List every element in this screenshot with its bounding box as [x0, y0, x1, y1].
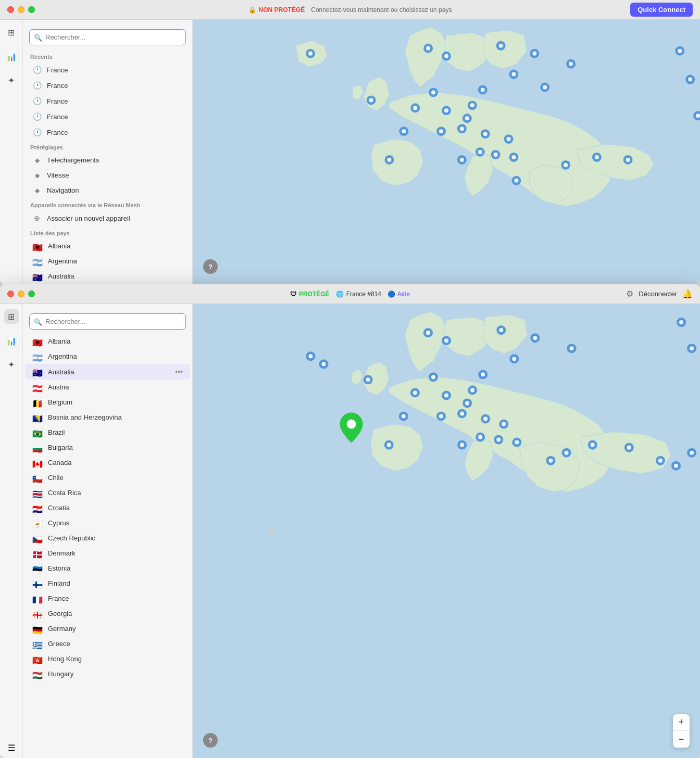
- recent-item-label-5: France: [47, 129, 68, 136]
- country-australia-1[interactable]: 🇦🇺 Australia: [25, 269, 190, 284]
- country-argentina-2[interactable]: 🇦🇷 Argentina: [25, 349, 190, 364]
- svg-point-121: [548, 459, 553, 463]
- minimize-button-1[interactable]: [18, 6, 24, 13]
- svg-point-113: [496, 438, 501, 442]
- close-button-1[interactable]: [7, 6, 14, 13]
- add-device[interactable]: ⊕ Associer un nouvel appareil: [25, 210, 190, 226]
- help-link[interactable]: 🔵 Aide: [388, 290, 410, 298]
- recent-france-5[interactable]: 🕐 France: [25, 124, 190, 140]
- recent-france-3[interactable]: 🕐 France: [25, 93, 190, 109]
- svg-point-77: [426, 331, 430, 335]
- country-chile-2[interactable]: 🇨🇱 Chile: [25, 470, 190, 485]
- country-georgia-2[interactable]: 🇬🇪 Georgia: [25, 606, 190, 621]
- recent-item-label-2: France: [47, 82, 68, 90]
- preset-navigation[interactable]: ◆ Navigation: [25, 183, 190, 198]
- layers-icon[interactable]: ⊞: [4, 25, 19, 40]
- country-croatia-2[interactable]: 🇭🇷 Croatia: [25, 500, 190, 515]
- zoom-controls-2: + −: [673, 714, 690, 748]
- svg-point-50: [564, 163, 568, 167]
- maximize-button-1[interactable]: [28, 6, 35, 13]
- preset-downloads[interactable]: ◆ Téléchargements: [25, 153, 190, 168]
- recent-france-4[interactable]: 🕐 France: [25, 109, 190, 124]
- quick-connect-button[interactable]: Quick Connect: [630, 3, 693, 17]
- svg-point-26: [402, 129, 406, 133]
- maximize-button-2[interactable]: [28, 290, 35, 297]
- bell-icon-2[interactable]: 🔔: [682, 289, 693, 299]
- recent-france-1[interactable]: 🕐 France: [25, 62, 190, 78]
- recent-clock-icon-5: 🕐: [32, 128, 42, 136]
- country-costarica-label-2: Costa Rica: [48, 489, 81, 497]
- country-australia-2[interactable]: 🇦🇺 Australia •••: [25, 364, 190, 380]
- country-estonia-2[interactable]: 🇪🇪 Estonia: [25, 561, 190, 576]
- disconnect-button[interactable]: Déconnecter: [639, 290, 677, 298]
- svg-point-28: [439, 129, 443, 133]
- country-hongkong-2[interactable]: 🇭🇰 Hong Kong: [25, 651, 190, 666]
- recent-france-2[interactable]: 🕐 France: [25, 78, 190, 93]
- country-albania-1[interactable]: 🇦🇱 Albania: [25, 238, 190, 254]
- country-costarica-2[interactable]: 🇨🇷 Costa Rica: [25, 485, 190, 500]
- close-button-2[interactable]: [7, 290, 14, 297]
- zoom-out-button-2[interactable]: −: [673, 731, 690, 748]
- mesh-icon[interactable]: ✦: [4, 73, 19, 87]
- country-bulgaria-2[interactable]: 🇧🇬 Bulgaria: [25, 440, 190, 455]
- zoom-in-button-2[interactable]: +: [673, 714, 690, 731]
- flag-australia-2: 🇦🇺: [32, 368, 43, 375]
- diamond-icon-2: ◆: [32, 172, 42, 179]
- country-bih-2[interactable]: 🇧🇦 Bosnia and Herzegovina: [25, 410, 190, 425]
- country-albania-label-2: Albania: [48, 337, 70, 345]
- preset-speed[interactable]: ◆ Vitesse: [25, 168, 190, 183]
- svg-point-36: [507, 137, 511, 141]
- help-bubble-1[interactable]: ?: [203, 259, 218, 274]
- recent-clock-icon-1: 🕐: [32, 66, 42, 74]
- help-circle-icon: 🔵: [388, 290, 395, 298]
- svg-point-93: [481, 372, 485, 376]
- svg-point-135: [268, 528, 274, 534]
- settings-nav-icon[interactable]: ☰: [8, 743, 15, 758]
- country-brazil-2[interactable]: 🇧🇷 Brazil: [25, 425, 190, 440]
- help-label: Aide: [397, 290, 410, 298]
- country-albania-2[interactable]: 🇦🇱 Albania: [25, 334, 190, 349]
- country-denmark-2[interactable]: 🇩🇰 Denmark: [25, 546, 190, 561]
- search-input-2[interactable]: [29, 313, 186, 330]
- chart-icon-2[interactable]: 📊: [4, 333, 19, 348]
- svg-point-54: [626, 158, 630, 162]
- flag-cyprus-2: 🇨🇾: [32, 520, 43, 527]
- country-belgium-2[interactable]: 🇧🇪 Belgium: [25, 395, 190, 410]
- svg-point-91: [470, 388, 474, 392]
- minimize-button-2[interactable]: [18, 290, 24, 297]
- flag-chile-2: 🇨🇱: [32, 474, 43, 482]
- svg-point-127: [627, 446, 631, 450]
- country-germany-2[interactable]: 🇩🇪 Germany: [25, 621, 190, 636]
- help-bubble-2[interactable]: ?: [203, 733, 218, 748]
- svg-point-119: [460, 443, 464, 447]
- svg-point-131: [674, 464, 678, 468]
- country-cyprus-2[interactable]: 🇨🇾 Cyprus: [25, 515, 190, 530]
- settings-button[interactable]: ⚙: [626, 289, 633, 299]
- country-austria-2[interactable]: 🇦🇹 Austria: [25, 380, 190, 395]
- country-cyprus-label-2: Cyprus: [48, 519, 69, 527]
- sidebar-icons-1: ⊞ 📊 ✦: [0, 20, 23, 284]
- mesh-icon-2[interactable]: ✦: [4, 357, 19, 372]
- titlebar-subtitle-1: Connectez-vous maintenant ou choisissez …: [311, 6, 452, 14]
- country-finland-2[interactable]: 🇫🇮 Finland: [25, 576, 190, 591]
- svg-point-20: [481, 87, 485, 92]
- svg-point-40: [494, 153, 498, 157]
- svg-point-115: [478, 435, 482, 439]
- country-czech-2[interactable]: 🇨🇿 Czech Republic: [25, 530, 190, 546]
- svg-point-107: [483, 416, 488, 421]
- country-hungary-2[interactable]: 🇭🇺 Hungary: [25, 666, 190, 681]
- chart-icon[interactable]: 📊: [4, 49, 19, 64]
- country-argentina-1[interactable]: 🇦🇷 Argentina: [25, 254, 190, 269]
- flag-canada-2: 🇨🇦: [32, 459, 43, 466]
- svg-point-52: [595, 155, 599, 159]
- flag-austria-2: 🇦🇹: [32, 384, 43, 391]
- search-input-1[interactable]: [29, 29, 186, 45]
- country-greece-2[interactable]: 🇬🇷 Greece: [25, 636, 190, 651]
- country-france-2[interactable]: 🇫🇷 France: [25, 591, 190, 606]
- svg-point-67: [679, 320, 683, 324]
- more-options-australia[interactable]: •••: [175, 368, 183, 376]
- country-canada-2[interactable]: 🇨🇦 Canada: [25, 455, 190, 470]
- traffic-lights-2: [0, 290, 35, 297]
- country-denmark-label-2: Denmark: [48, 549, 76, 557]
- layers-icon-2[interactable]: ⊞: [4, 309, 19, 324]
